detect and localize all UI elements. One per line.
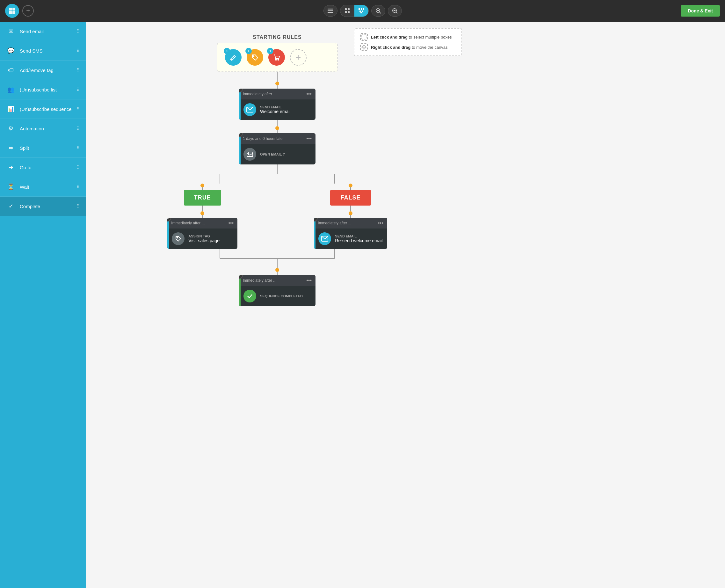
drag-handle-split[interactable]: ⠿ xyxy=(77,145,80,150)
true-branch: TRUE 5 Immediately after ... ••• xyxy=(167,184,237,249)
svg-point-30 xyxy=(253,56,254,57)
node-header-7: Immediately after ... ••• xyxy=(239,275,316,286)
sidebar-item-automation[interactable]: ⚙ Automation ⠿ xyxy=(0,119,86,138)
hint-row-left: Left click and drag to select multiple b… xyxy=(360,33,456,41)
node-body-4: OPEN EMAIL ? xyxy=(239,144,316,165)
sidebar-label-split: Split xyxy=(20,145,77,151)
zoom-out-button[interactable] xyxy=(388,5,402,17)
svg-point-41 xyxy=(177,237,178,238)
done-exit-button[interactable]: Done & Exit xyxy=(681,5,720,17)
svg-point-32 xyxy=(278,59,279,60)
rule-icon-tag[interactable]: 1 xyxy=(247,49,263,66)
sidebar-label-send-sms: Send SMS xyxy=(20,48,77,54)
starting-rules-box[interactable]: 1 1 xyxy=(217,43,338,72)
v-true-2 xyxy=(202,206,203,211)
node-type-5: ASSIGN TAG xyxy=(188,234,219,238)
add-button[interactable]: + xyxy=(22,5,34,17)
node-type-4: OPEN EMAIL ? xyxy=(260,152,285,156)
sidebar-item-split[interactable]: ⬌ Split ⠿ xyxy=(0,138,86,158)
svg-rect-0 xyxy=(9,8,12,10)
drag-handle-automation[interactable]: ⠿ xyxy=(77,126,80,131)
sidebar-label-go-to: Go to xyxy=(20,165,77,170)
drag-handle-go-to[interactable]: ⠿ xyxy=(77,165,80,170)
node-menu-3[interactable]: ••• xyxy=(306,91,312,97)
sidebar-item-unsubscribe-sequence[interactable]: 📊 (Un)subscribe sequence ⠿ xyxy=(0,100,86,119)
sidebar-icon-add-remove-tag: 🏷 xyxy=(6,66,15,75)
sidebar-item-send-email[interactable]: ✉ Send email ⠿ xyxy=(0,22,86,41)
sidebar-item-complete[interactable]: ✓ Complete ⠿ xyxy=(0,197,86,216)
sidebar-icon-unsubscribe-sequence: 📊 xyxy=(6,105,15,113)
drag-handle-unsubscribe-sequence[interactable]: ⠿ xyxy=(77,106,80,111)
rule-icon-edit[interactable]: 1 xyxy=(225,49,241,66)
rule-icon-cart[interactable]: 1 xyxy=(268,49,285,66)
sidebar-label-complete: Complete xyxy=(20,204,77,209)
topbar: + xyxy=(0,0,725,22)
branch-row: TRUE 5 Immediately after ... ••• xyxy=(167,184,387,249)
node-name-5: Visit sales page xyxy=(188,238,219,243)
node-send-email[interactable]: 3 Immediately after ... ••• xyxy=(239,89,316,120)
node-body-3: SEND EMAIL Welcome email xyxy=(239,100,316,120)
node-sequence-completed[interactable]: 7 Immediately after ... ••• SEQUENCE COM… xyxy=(239,275,316,306)
node-menu-5[interactable]: ••• xyxy=(228,220,234,226)
false-branch: FALSE 6 Immediately after ... ••• xyxy=(314,184,387,249)
sidebar-icon-split: ⬌ xyxy=(6,143,15,152)
sidebar-label-send-email: Send email xyxy=(20,29,77,34)
sidebar-item-wait[interactable]: ⏳ Wait ⠿ xyxy=(0,177,86,197)
v-false-2 xyxy=(350,206,351,211)
sidebar-item-add-remove-tag[interactable]: 🏷 Add/remove tag ⠿ xyxy=(0,61,86,80)
main-layout: ⋮ ✉ Send email ⠿ 💬 Send SMS ⠿ 🏷 Add/remo… xyxy=(0,22,725,588)
node-menu-4[interactable]: ••• xyxy=(306,136,312,142)
svg-point-31 xyxy=(276,59,277,60)
drag-handle-unsubscribe-list[interactable]: ⠿ xyxy=(77,87,80,92)
drag-handle-send-email[interactable]: ⠿ xyxy=(77,29,80,34)
node-body-5: ASSIGN TAG Visit sales page xyxy=(167,229,237,249)
v-false-3 xyxy=(350,215,351,218)
resend-email-icon xyxy=(318,232,331,245)
flow-view-button[interactable] xyxy=(355,5,368,17)
drag-handle-wait[interactable]: ⠿ xyxy=(77,184,80,189)
node-timing-5: Immediately after ... xyxy=(171,221,205,225)
sidebar-icon-send-sms: 💬 xyxy=(6,46,15,55)
merge-svg xyxy=(182,249,373,268)
drag-handle-send-sms[interactable]: ⠿ xyxy=(77,48,80,53)
dot-true-2 xyxy=(200,211,204,215)
topbar-left: + xyxy=(5,4,34,18)
node-type-7: SEQUENCE COMPLETED xyxy=(260,294,303,298)
select-icon xyxy=(360,33,368,41)
sidebar-item-go-to[interactable]: ➔ Go to ⠿ xyxy=(0,158,86,177)
node-bar-4 xyxy=(239,133,241,165)
svg-rect-24 xyxy=(362,35,366,39)
zoom-in-button[interactable] xyxy=(371,5,385,17)
list-view-button[interactable] xyxy=(323,5,338,17)
node-body-6: SEND EMAIL Re-send welcome email xyxy=(314,229,387,249)
rule-badge-1: 1 xyxy=(224,48,230,54)
sidebar-icon-go-to: ➔ xyxy=(6,163,15,172)
sidebar-label-add-remove-tag: Add/remove tag xyxy=(20,67,77,73)
grid-view-button[interactable] xyxy=(340,5,355,17)
node-assign-tag[interactable]: 5 Immediately after ... ••• xyxy=(167,218,237,249)
dot-false-2 xyxy=(349,211,353,215)
svg-rect-3 xyxy=(13,11,15,14)
canvas-area[interactable]: Left click and drag to select multiple b… xyxy=(86,22,725,588)
sidebar-icon-unsubscribe-list: 👥 xyxy=(6,85,15,94)
node-resend-email[interactable]: 6 Immediately after ... ••• xyxy=(314,218,387,249)
node-menu-6[interactable]: ••• xyxy=(378,220,383,226)
sidebar-item-unsubscribe-list[interactable]: 👥 (Un)subscribe list ⠿ xyxy=(0,80,86,100)
node-bar-3 xyxy=(239,89,241,120)
connector-2b xyxy=(277,130,278,133)
node-menu-7[interactable]: ••• xyxy=(306,278,312,283)
sidebar-icon-send-email: ✉ xyxy=(6,27,15,36)
node-name-3: Welcome email xyxy=(260,109,290,114)
dot-true xyxy=(200,184,204,187)
node-timing-3: Immediately after ... xyxy=(243,92,276,96)
svg-rect-1 xyxy=(13,8,15,10)
rule-icon-add[interactable] xyxy=(290,49,306,66)
svg-rect-10 xyxy=(348,11,349,13)
node-text-6: SEND EMAIL Re-send welcome email xyxy=(335,234,382,243)
sidebar-label-unsubscribe-list: (Un)subscribe list xyxy=(20,87,77,92)
drag-handle-complete[interactable]: ⠿ xyxy=(77,204,80,209)
drag-handle-add-remove-tag[interactable]: ⠿ xyxy=(77,67,80,73)
sidebar-item-send-sms[interactable]: 💬 Send SMS ⠿ xyxy=(0,41,86,61)
connector-1b xyxy=(277,85,278,89)
node-open-email[interactable]: 4 1 days and 0 hours later ••• xyxy=(239,133,316,165)
